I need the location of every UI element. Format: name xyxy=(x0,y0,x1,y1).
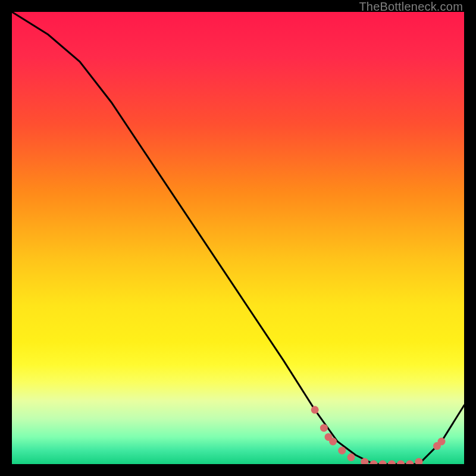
data-markers xyxy=(311,406,446,464)
watermark-text: TheBottleneck.com xyxy=(359,0,463,14)
data-marker xyxy=(347,453,355,461)
data-marker xyxy=(388,461,396,465)
data-marker xyxy=(329,438,337,446)
plot-area xyxy=(12,12,464,464)
data-marker xyxy=(406,461,414,465)
curve-line xyxy=(12,12,464,464)
data-marker xyxy=(397,461,405,465)
data-marker xyxy=(438,438,446,446)
chart-svg xyxy=(12,12,464,464)
data-marker xyxy=(320,424,328,432)
data-marker xyxy=(379,461,387,465)
data-marker xyxy=(370,461,378,465)
chart-frame: TheBottleneck.com xyxy=(0,0,476,476)
data-marker xyxy=(338,447,346,455)
data-marker xyxy=(311,406,319,414)
data-marker xyxy=(415,458,423,464)
